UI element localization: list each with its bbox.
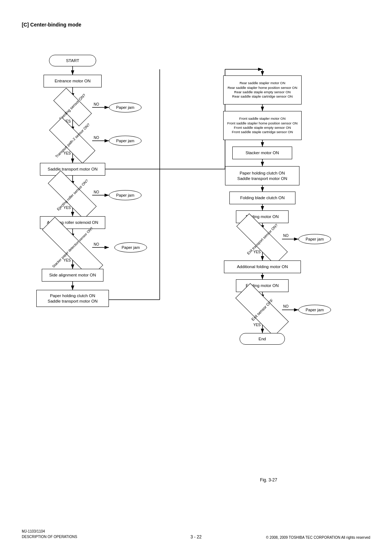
transport-path2-diamond-wrapper: Transport path-2 sensor ON? <box>44 131 101 150</box>
paper-holding-1-node: Paper holding clutch ON Saddle transport… <box>36 290 109 307</box>
start-node: START <box>49 55 96 66</box>
end-node: End <box>240 333 285 345</box>
footer-desc: DESCRIPTION OF OPERATIONS <box>22 534 77 539</box>
paper-jam-1: Paper jam <box>109 102 142 112</box>
stacker-paper-diamond-wrapper: Stacker paper detection sensor ON? <box>34 238 111 257</box>
ejecting-roller-diamond-wrapper: Ejecting roller sensor ON? <box>43 185 102 204</box>
paper-jam-2: Paper jam <box>109 136 142 146</box>
feeding-sensor-diamond-wrapper: Feeding sensor ON? <box>49 98 96 116</box>
side-alignment-node: Side alignment motor ON <box>42 269 103 282</box>
paper-jam-3: Paper jam <box>109 190 142 200</box>
flowchart-container: YES NO YES NO YES NO YES <box>22 38 370 474</box>
saddle-transport-node: Saddle transport motor ON <box>40 163 105 176</box>
entrance-motor-node: Entrance motor ON <box>44 75 102 87</box>
additional-folding-node: Additional folding motor ON <box>224 260 301 273</box>
paper-jam-6: Paper jam <box>298 305 331 315</box>
exit-transport-diamond-wrapper: Exit transport sensor ON? <box>230 230 294 249</box>
folding-blade-node: Folding blade clutch ON <box>229 192 295 204</box>
paper-holding-2-node: Paper holding clutch ON Saddle transport… <box>225 166 299 185</box>
paper-jam-5: Paper jam <box>298 234 331 244</box>
page: [C] Center-binding mode YES NO <box>0 0 392 554</box>
page-number: 3 - 22 <box>191 534 202 539</box>
stacker-motor-node: Stacker motor ON <box>232 147 292 159</box>
footer-right: © 2008, 2009 TOSHIBA TEC CORPORATION All… <box>266 535 370 539</box>
section-title: [C] Center-binding mode <box>22 22 370 28</box>
footer-left: MJ-1103/1104 DESCRIPTION OF OPERATIONS <box>22 529 77 539</box>
rear-saddle-node: Rear saddle stapler motor ON Rear saddle… <box>223 75 302 104</box>
footer-model: MJ-1103/1104 <box>22 529 77 534</box>
front-saddle-node: Front saddle stapler motor ON Front sadd… <box>223 111 302 140</box>
exit-sensor-diamond-wrapper: Exit sensor OFF <box>230 299 294 321</box>
paper-jam-4: Paper jam <box>114 242 147 253</box>
fig-label: Fig. 3-27 <box>167 477 370 483</box>
